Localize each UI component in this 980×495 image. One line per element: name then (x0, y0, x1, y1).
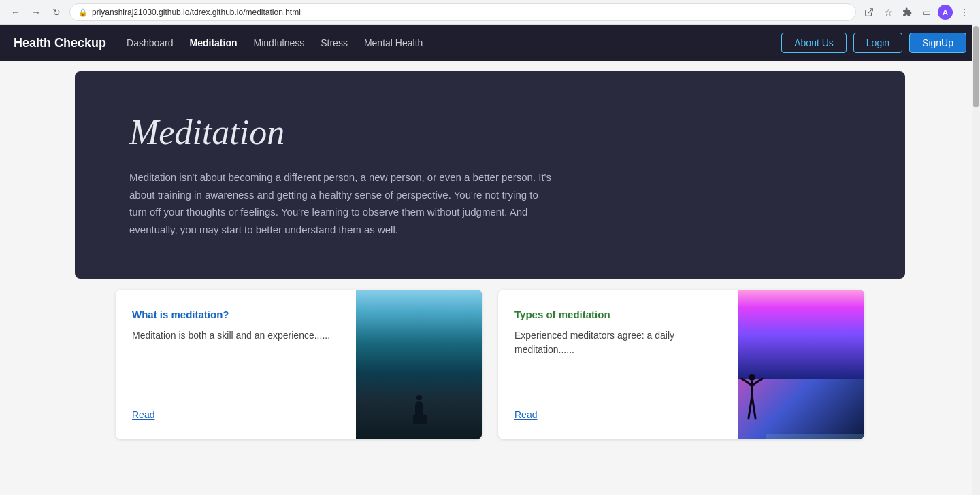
card-content-2: Types of meditation Experienced meditato… (498, 290, 738, 439)
scrollbar[interactable] (972, 24, 980, 495)
about-button[interactable]: About Us (781, 33, 847, 53)
bookmark-button[interactable]: ☆ (881, 5, 896, 20)
card-read-link-1[interactable]: Read (132, 409, 340, 420)
scroll-thumb[interactable] (973, 26, 979, 107)
meditation-silhouette (413, 395, 425, 426)
hero-description: Meditation isn't about becoming a differ… (129, 169, 551, 238)
svg-line-6 (752, 396, 755, 418)
address-bar[interactable]: 🔒 priyanshiraj21030.github.io/tdrex.gith… (69, 3, 856, 21)
nav-link-dashboard[interactable]: Dashboard (127, 35, 174, 51)
browser-chrome: ← → ↻ 🔒 priyanshiraj21030.github.io/tdre… (0, 0, 980, 25)
nav-brand: Health Checkup (14, 36, 106, 50)
more-button[interactable]: ⋮ (957, 5, 972, 20)
browser-avatar: A (938, 5, 953, 20)
lock-icon: 🔒 (78, 8, 88, 17)
browser-actions: ☆ ▭ A ⋮ (862, 5, 972, 20)
nav-link-mindfulness[interactable]: Mindfulness (254, 35, 305, 51)
card-description-2: Experienced meditators agree: a daily me… (514, 328, 722, 357)
card-title-1: What is meditation? (132, 309, 340, 320)
water-line (766, 434, 864, 439)
hero-section: Meditation Meditation isn't about becomi… (75, 71, 905, 279)
extension-button[interactable] (900, 5, 915, 20)
card-description-1: Meditation is both a skill and an experi… (132, 328, 340, 343)
types-figure (738, 372, 766, 429)
nav-link-stress[interactable]: Stress (321, 35, 348, 51)
svg-line-0 (868, 9, 872, 13)
hero-title: Meditation (129, 112, 851, 152)
svg-point-1 (749, 374, 755, 381)
nav-link-meditation[interactable]: Meditation (190, 35, 238, 51)
svg-rect-2 (751, 381, 753, 396)
share-button[interactable] (862, 5, 877, 20)
refresh-button[interactable]: ↻ (49, 5, 64, 20)
card-title-2: Types of meditation (514, 309, 722, 320)
login-button[interactable]: Login (853, 33, 902, 53)
card-what-is-meditation: What is meditation? Meditation is both a… (116, 290, 482, 439)
forward-button[interactable]: → (29, 5, 44, 20)
navbar: Health Checkup Dashboard Meditation Mind… (0, 25, 980, 61)
card-image-types (738, 290, 864, 439)
card-read-link-2[interactable]: Read (514, 409, 722, 420)
nav-actions: About Us Login SignUp (781, 33, 966, 53)
signup-button[interactable]: SignUp (909, 33, 966, 53)
nav-link-mental-health[interactable]: Mental Health (364, 35, 423, 51)
card-image-meditation (356, 290, 482, 439)
card-types-of-meditation: Types of meditation Experienced meditato… (498, 290, 864, 439)
nav-links: Dashboard Meditation Mindfulness Stress … (127, 35, 781, 51)
back-button[interactable]: ← (8, 5, 23, 20)
types-silhouette (738, 372, 766, 429)
card-content-1: What is meditation? Meditation is both a… (116, 290, 356, 439)
cards-section: What is meditation? Meditation is both a… (75, 290, 905, 439)
meditation-figure (413, 395, 425, 426)
split-button[interactable]: ▭ (919, 5, 934, 20)
url-text: priyanshiraj21030.github.io/tdrex.github… (92, 7, 301, 17)
